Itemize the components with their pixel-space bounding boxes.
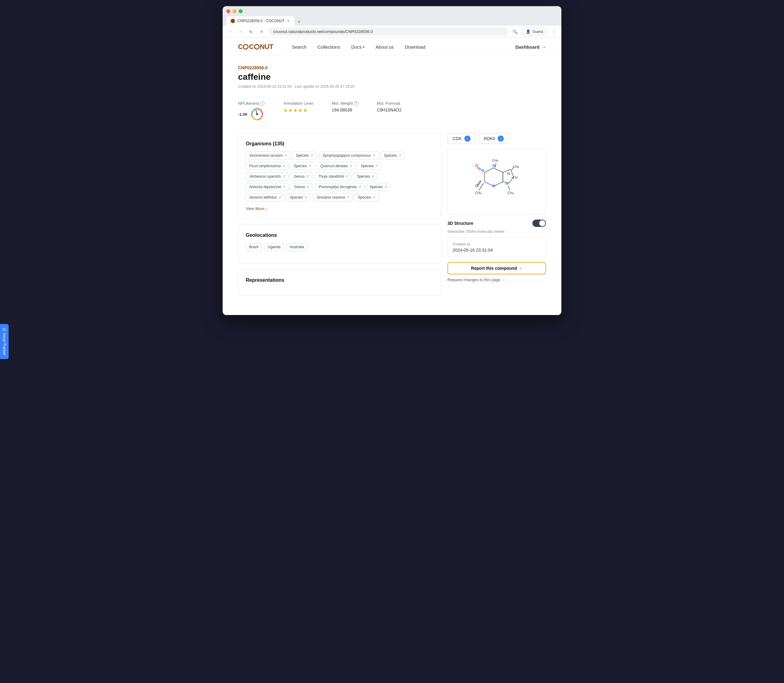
issue-tracker-label: Issue Tracker — [2, 333, 6, 355]
user-icon: 👤 — [526, 29, 531, 34]
logo-o1 — [243, 44, 249, 50]
organism-type-tag[interactable]: Species ↗ — [292, 152, 317, 160]
request-changes-link[interactable]: Request changes to this page → — [447, 277, 546, 282]
forward-button[interactable]: → — [237, 28, 244, 35]
organism-tag[interactable]: Alstonia deplanchei ↗ — [246, 183, 289, 191]
tab-close-icon[interactable]: ✕ — [287, 19, 290, 23]
reload-button[interactable]: ↻ — [247, 28, 255, 35]
organism-tag[interactable]: Verbesina rupestris ↗ — [246, 172, 289, 180]
svg-text:CH₃: CH₃ — [507, 191, 514, 195]
annotation-stars: ★★★★★ — [283, 107, 313, 113]
annotation-label: Annotation Level — [283, 101, 313, 106]
active-tab[interactable]: CNP0228556.0 - COCONUT ✕ — [226, 16, 294, 26]
report-compound-button[interactable]: Report this compound → — [447, 262, 546, 274]
dashboard-button[interactable]: Dashboard → — [515, 44, 546, 50]
issue-tracker-tab[interactable]: ⊙ Issue Tracker — [0, 324, 9, 359]
structure-3d-toggle[interactable] — [532, 220, 546, 227]
organism-type-tag[interactable]: Species ↗ — [381, 152, 405, 160]
cdk-check-icon: ✓ — [464, 135, 471, 142]
top-nav: CCNUT Search Collections Docs ▾ About us… — [223, 38, 561, 56]
svg-text:N: N — [505, 181, 508, 186]
nav-collections[interactable]: Collections — [317, 44, 340, 50]
svg-line-17 — [495, 163, 496, 168]
nav-docs[interactable]: Docs ▾ — [351, 44, 364, 50]
nplikeness-value: -1.09 — [238, 112, 247, 117]
nplikeness-info-icon[interactable]: i — [261, 101, 265, 106]
organism-type-tag[interactable]: Species ↗ — [354, 172, 378, 180]
new-tab-button[interactable]: + — [295, 18, 303, 26]
nav-search[interactable]: Search — [292, 44, 307, 50]
view-more-button[interactable]: View More ↓ — [246, 206, 434, 211]
organism-type-tag[interactable]: Species ↗ — [286, 193, 311, 201]
back-button[interactable]: ← — [226, 28, 234, 35]
structure-3d-sub: Interactive JSMol molecular viewer — [447, 229, 546, 234]
organism-type-tag[interactable]: Species ↗ — [366, 183, 391, 191]
github-icon: ⊙ — [2, 328, 7, 331]
compound-id[interactable]: CNP0228556.0 — [238, 65, 546, 70]
logo[interactable]: CCNUT — [238, 43, 273, 51]
organism-tag[interactable]: Sinularia maxima ↗ — [313, 193, 353, 201]
organism-type-tag[interactable]: Species ↗ — [354, 193, 379, 201]
svg-text:CH₃: CH₃ — [513, 165, 519, 168]
arrow-right-icon: → — [541, 44, 546, 50]
organism-type-tag[interactable]: Genus ↗ — [291, 183, 313, 191]
cdk-button[interactable]: CDK ✓ — [447, 133, 476, 144]
mol-structure-display: N N N N N O O — [447, 149, 546, 215]
stats-row: NPLikeness i -1.09 — [238, 98, 546, 124]
organism-tag[interactable]: Thuja standishii ↗ — [315, 172, 351, 180]
geolocations-title: Geolocations — [246, 232, 434, 238]
url-input[interactable] — [268, 27, 508, 36]
geo-tag[interactable]: Brazil — [246, 243, 262, 251]
svg-line-19 — [479, 183, 484, 190]
svg-line-23 — [508, 185, 510, 190]
page-content: CCNUT Search Collections Docs ▾ About us… — [223, 38, 561, 315]
geo-tag[interactable]: Australia — [286, 243, 308, 251]
rdkit-button[interactable]: RDKit ✓ — [479, 133, 509, 144]
nav-about[interactable]: About us — [376, 44, 394, 50]
svg-line-12 — [478, 167, 481, 169]
traffic-light-red[interactable] — [226, 9, 230, 13]
mol-weight-value: 194.08038 — [332, 107, 358, 112]
organism-tag[interactable]: Prumnopitys ferruginea ↗ — [315, 183, 364, 191]
svg-point-2 — [256, 113, 258, 115]
organism-type-tag[interactable]: Species ↗ — [290, 162, 315, 170]
organism-tag[interactable]: Ficus simplicissima ↗ — [246, 162, 289, 170]
svg-text:CH: CH — [513, 176, 518, 179]
mol-formula-stat: Mol. Formula C8H10N4O2 — [377, 101, 402, 121]
rdkit-check-icon: ✓ — [498, 135, 504, 142]
structure-3d-label: 3D Structure — [447, 221, 473, 226]
geolocations-card: Geolocations BrazilUgandaAustralia — [238, 225, 441, 264]
search-icon[interactable]: 🔍 — [511, 28, 519, 35]
traffic-lights — [226, 9, 558, 13]
organism-type-tag[interactable]: Species ↗ — [357, 162, 382, 170]
security-icon: ⊕ — [258, 28, 265, 35]
chevron-down-icon: ▾ — [363, 45, 365, 49]
traffic-light-green[interactable] — [239, 9, 243, 13]
tab-bar: CNP0228556.0 - COCONUT ✕ + — [226, 16, 558, 26]
guest-button[interactable]: 👤 Guest — [522, 28, 547, 35]
svg-text:N: N — [507, 171, 510, 176]
geo-tag[interactable]: Uganda — [264, 243, 284, 251]
mol-weight-help-icon[interactable]: ? — [354, 101, 358, 106]
main-content: CNP0228556.0 caffeine Created on 2024-05… — [223, 56, 561, 311]
browser-actions: 🔍 👤 Guest ⋮ — [511, 28, 558, 35]
traffic-light-yellow[interactable] — [232, 9, 236, 13]
right-col: CDK ✓ RDKit ✓ — [447, 133, 546, 282]
organisms-tags: Sinomenium acutum ↗Species ↗Symphyopappu… — [246, 152, 434, 201]
logo-o2 — [254, 44, 260, 50]
organism-tag[interactable]: Symphyopappus compressus ↗ — [319, 152, 378, 160]
more-options-icon[interactable]: ⋮ — [550, 28, 558, 35]
organism-tag[interactable]: Sinomenium acutum ↗ — [246, 152, 290, 160]
organism-type-tag[interactable]: Genus ↗ — [290, 172, 312, 180]
organisms-card: Organisms (135) Sinomenium acutum ↗Speci… — [238, 133, 441, 219]
nav-download[interactable]: Download — [405, 44, 426, 50]
mol-weight-label: Mol. Weight ? — [332, 101, 358, 106]
compound-meta: Created on 2024-05-16 23:31:04 · Last up… — [238, 84, 546, 89]
svg-text:N: N — [492, 184, 495, 188]
organism-tag[interactable]: Quercus dentata ↗ — [317, 162, 355, 170]
compound-name: caffeine — [238, 72, 546, 82]
caffeine-svg: N N N N N O O — [460, 154, 534, 209]
organism-tag[interactable]: Senecio latifolius ↗ — [246, 193, 285, 201]
svg-text:CH₃: CH₃ — [475, 191, 481, 195]
address-bar-row: ← → ↻ ⊕ 🔍 👤 Guest ⋮ — [223, 26, 561, 38]
